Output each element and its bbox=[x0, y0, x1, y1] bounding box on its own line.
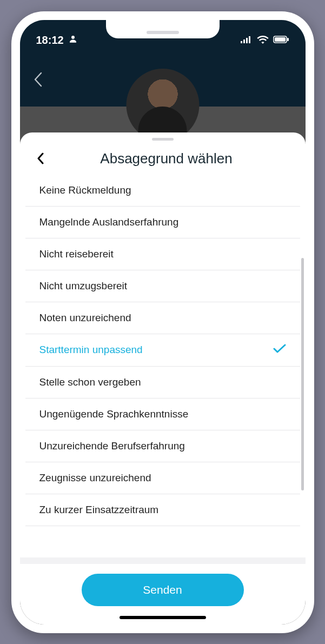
status-time: 18:12 bbox=[36, 34, 64, 47]
sheet-back-button[interactable] bbox=[33, 151, 48, 166]
reason-row[interactable]: Unzureichende Berufserfahrung bbox=[25, 430, 300, 462]
reason-label: Zu kurzer Einsatzzeitraum bbox=[39, 504, 159, 516]
reason-list[interactable]: Keine RückmeldungMangelnde Auslandserfah… bbox=[20, 171, 306, 557]
notch bbox=[106, 20, 220, 38]
bottom-sheet: Absagegrund wählen Keine RückmeldungMang… bbox=[20, 132, 306, 625]
reason-row[interactable]: Zu kurzer Einsatzzeitraum bbox=[25, 494, 300, 526]
svg-rect-6 bbox=[275, 37, 286, 42]
svg-rect-1 bbox=[241, 41, 242, 43]
avatar bbox=[126, 69, 199, 142]
person-icon bbox=[68, 34, 78, 47]
reason-label: Unzureichende Berufserfahrung bbox=[39, 440, 185, 452]
svg-rect-4 bbox=[249, 36, 250, 43]
svg-rect-3 bbox=[246, 38, 248, 43]
reason-row[interactable]: Starttermin unpassend bbox=[25, 334, 300, 367]
check-icon bbox=[273, 344, 286, 356]
reason-label: Nicht reisebereit bbox=[39, 248, 114, 260]
reason-row[interactable]: Stelle schon vergeben bbox=[25, 367, 300, 399]
reason-row[interactable]: Mangelnde Auslandserfahrung bbox=[25, 207, 300, 238]
reason-label: Starttermin unpassend bbox=[39, 344, 143, 356]
reason-label: Noten unzureichend bbox=[39, 312, 131, 324]
scroll-indicator bbox=[301, 258, 304, 490]
send-button[interactable]: Senden bbox=[82, 574, 244, 606]
battery-icon bbox=[273, 36, 289, 45]
screen: 18:12 bbox=[20, 20, 306, 625]
svg-point-0 bbox=[71, 36, 75, 39]
reason-label: Keine Rückmeldung bbox=[39, 184, 131, 196]
home-indicator[interactable] bbox=[120, 616, 206, 619]
wifi-icon bbox=[257, 35, 269, 46]
reason-row[interactable]: Ungenügende Sprachkenntnisse bbox=[25, 399, 300, 430]
sheet-title: Absagegrund wählen bbox=[56, 150, 293, 167]
reason-label: Zeugnisse unzureichend bbox=[39, 472, 151, 484]
reason-label: Ungenügende Sprachkenntnisse bbox=[39, 408, 189, 420]
divider-strip bbox=[20, 557, 306, 564]
sheet-header: Absagegrund wählen bbox=[20, 141, 306, 171]
signal-icon bbox=[241, 36, 253, 45]
reason-label: Mangelnde Auslandserfahrung bbox=[39, 216, 179, 228]
reason-row[interactable]: Keine Rückmeldung bbox=[25, 175, 300, 207]
svg-rect-7 bbox=[287, 38, 289, 41]
phone-frame: 18:12 bbox=[11, 11, 314, 633]
reason-row[interactable]: Zeugnisse unzureichend bbox=[25, 462, 300, 494]
reason-row[interactable]: Nicht umzugsbereit bbox=[25, 270, 300, 302]
reason-row[interactable]: Noten unzureichend bbox=[25, 302, 300, 334]
reason-label: Nicht umzugsbereit bbox=[39, 280, 128, 292]
back-button-top[interactable] bbox=[33, 71, 43, 90]
reason-row[interactable]: Nicht reisebereit bbox=[25, 238, 300, 270]
svg-rect-2 bbox=[243, 39, 245, 43]
reason-label: Stelle schon vergeben bbox=[39, 376, 141, 388]
